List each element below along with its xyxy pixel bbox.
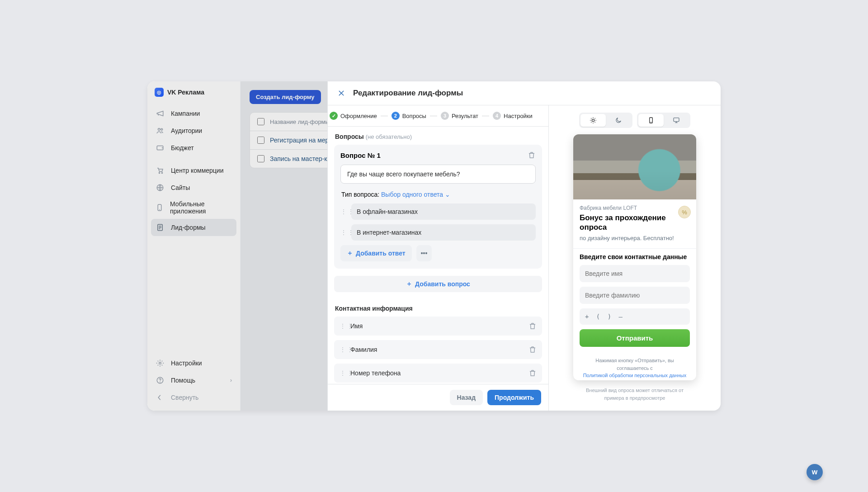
- contact-field-row: ⋮⋮Фамилия: [334, 340, 542, 359]
- drag-handle-icon[interactable]: ⋮⋮: [340, 346, 346, 353]
- sidebar-item-commerce[interactable]: Центр коммерции: [151, 162, 236, 179]
- form-icon: [156, 223, 165, 232]
- question-text-input[interactable]: [340, 165, 536, 184]
- sidebar-item-label: Помощь: [171, 377, 195, 384]
- sidebar-item-label: Бюджет: [171, 144, 194, 151]
- vk-fab-button[interactable]: w: [807, 464, 823, 480]
- cart-icon: [156, 166, 165, 175]
- select-all-checkbox[interactable]: [257, 118, 264, 125]
- sidebar-item-sites[interactable]: Сайты: [151, 179, 236, 196]
- step-number: 3: [441, 112, 449, 120]
- light-theme-toggle[interactable]: [580, 114, 606, 127]
- contact-field-row: ⋮⋮Имя: [334, 317, 542, 336]
- delete-contact-icon[interactable]: [528, 369, 537, 377]
- continue-button[interactable]: Продолжить: [487, 390, 541, 405]
- chevron-right-icon: ›: [230, 377, 232, 383]
- svg-point-0: [158, 128, 160, 131]
- megaphone-icon: [156, 109, 165, 118]
- sidebar-item-settings[interactable]: Настройки: [151, 355, 236, 372]
- answer-input[interactable]: [351, 203, 536, 220]
- vk-logo-icon: w: [812, 468, 817, 476]
- question-type-select[interactable]: Выбор одного ответа ⌄: [381, 191, 450, 198]
- sidebar-item-label: Лид-формы: [171, 224, 206, 231]
- help-icon: [156, 376, 165, 385]
- close-icon[interactable]: [337, 89, 346, 98]
- preview-phone-input[interactable]: + ( ) –: [580, 308, 690, 325]
- collapse-icon: [156, 393, 165, 402]
- row-checkbox[interactable]: [257, 155, 264, 162]
- preview-name-input[interactable]: [580, 265, 690, 282]
- mobile-preview-toggle[interactable]: [638, 114, 664, 127]
- preview-consent: Нажимая кнопку «Отправить», вы соглашает…: [573, 353, 696, 380]
- add-question-button[interactable]: ＋Добавить вопрос: [334, 276, 542, 292]
- check-icon: ✓: [330, 112, 338, 120]
- contact-field-label: Имя: [350, 322, 524, 330]
- plus-icon: ＋: [406, 280, 412, 288]
- sidebar-item-budget[interactable]: Бюджет: [151, 139, 236, 156]
- chevron-down-icon: ⌄: [445, 191, 450, 198]
- preview-submit-button[interactable]: Отправить: [580, 329, 690, 347]
- preview-brand: Фабрика мебели LOFT: [580, 205, 690, 211]
- svg-point-4: [161, 172, 162, 173]
- answer-input[interactable]: [351, 224, 536, 241]
- phone-icon: [156, 203, 164, 212]
- preview-subtitle: по дизайну интерьера. Бесплатно!: [580, 234, 690, 242]
- sidebar-item-audiences[interactable]: Аудитории: [151, 122, 236, 139]
- theme-toggle: [579, 113, 632, 128]
- more-options-button[interactable]: •••: [416, 245, 432, 261]
- sidebar-item-label: Кампании: [171, 110, 200, 117]
- dark-theme-toggle[interactable]: [606, 114, 631, 127]
- preview-badge-icon: %: [678, 206, 691, 218]
- preview-title: Бонус за прохождение опроса: [580, 213, 690, 232]
- device-toggle: [637, 113, 690, 128]
- step-separator: [381, 116, 388, 116]
- preview-surname-input[interactable]: [580, 287, 690, 304]
- sidebar-item-help[interactable]: Помощь›: [151, 372, 236, 389]
- step-result[interactable]: 3Результат: [441, 112, 478, 120]
- svg-point-11: [592, 119, 594, 121]
- create-lead-form-button[interactable]: Создать лид-форму: [250, 90, 321, 104]
- step-questions[interactable]: 2Вопросы: [392, 112, 426, 120]
- delete-question-icon[interactable]: [528, 151, 536, 159]
- svg-rect-13: [674, 118, 679, 122]
- sidebar-item-campaigns[interactable]: Кампании: [151, 105, 236, 122]
- step-design[interactable]: ✓Оформление: [330, 112, 377, 120]
- brand: ◎ VK Реклама: [147, 81, 240, 103]
- back-button[interactable]: Назад: [450, 390, 483, 405]
- svg-point-1: [161, 128, 163, 130]
- dots-icon: •••: [421, 250, 428, 257]
- sidebar-item-label: Свернуть: [171, 394, 198, 401]
- preview-note: Внешний вид опроса может отличаться от п…: [585, 387, 684, 402]
- drag-handle-icon[interactable]: ⋮⋮: [340, 322, 346, 330]
- preview-policy-link[interactable]: Политикой обработки персональных данных: [580, 372, 690, 379]
- drag-handle-icon[interactable]: ⋮⋮: [340, 369, 346, 377]
- contact-field-row: ⋮⋮Номер телефона: [334, 364, 542, 383]
- step-settings[interactable]: 4Настройки: [493, 112, 533, 120]
- drag-handle-icon[interactable]: ⋮⋮: [340, 208, 347, 215]
- desktop-preview-toggle[interactable]: [664, 114, 689, 127]
- step-separator: [482, 116, 489, 116]
- svg-point-10: [160, 382, 160, 382]
- row-checkbox[interactable]: [257, 137, 264, 144]
- delete-contact-icon[interactable]: [528, 322, 537, 330]
- plus-icon: ＋: [347, 249, 353, 257]
- sidebar-item-lead-forms[interactable]: Лид-формы: [151, 219, 236, 236]
- preview-card: Фабрика мебели LOFT Бонус за прохождение…: [573, 134, 696, 380]
- drag-handle-icon[interactable]: ⋮⋮: [340, 229, 347, 236]
- step-label: Результат: [452, 113, 478, 119]
- contact-field-label: Фамилия: [350, 346, 524, 353]
- sidebar-item-label: Сайты: [171, 184, 190, 191]
- brand-logo-icon: ◎: [155, 88, 164, 97]
- sidebar-item-collapse[interactable]: Свернуть: [151, 389, 236, 406]
- section-contacts-title: Контактная информация: [335, 305, 542, 312]
- svg-point-3: [159, 172, 160, 173]
- sidebar-item-label: Мобильные приложения: [170, 200, 232, 215]
- section-questions-title: Вопросы (не обязательно): [335, 133, 542, 140]
- step-number: 2: [392, 112, 400, 120]
- step-label: Настройки: [504, 113, 533, 119]
- question-type: Тип вопроса: Выбор одного ответа ⌄: [341, 191, 535, 198]
- add-answer-button[interactable]: ＋Добавить ответ: [340, 245, 412, 261]
- sidebar-item-mobile-apps[interactable]: Мобильные приложения: [151, 196, 236, 219]
- delete-contact-icon[interactable]: [528, 345, 537, 354]
- users-icon: [156, 126, 165, 135]
